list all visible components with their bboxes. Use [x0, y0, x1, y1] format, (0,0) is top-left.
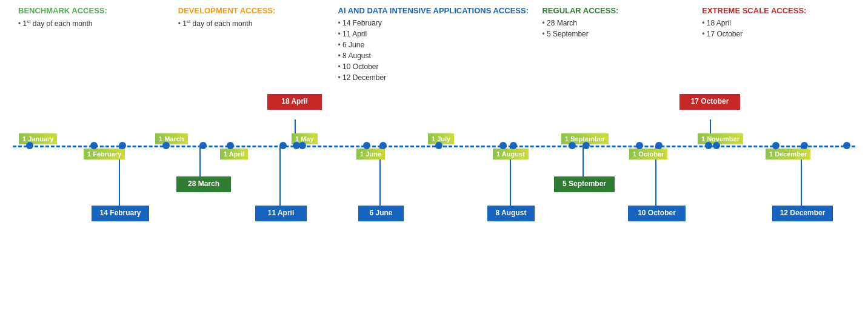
regular-list: 28 March 5 September [542, 18, 690, 39]
connector-28march [199, 146, 201, 176]
month-march: 1 March [155, 133, 188, 144]
ai-item-4: 8 August [338, 50, 530, 61]
development-col: DEVELOPMENT ACCESS: 1st day of each mont… [172, 6, 332, 83]
month-june: 1 June [356, 149, 385, 159]
development-title: DEVELOPMENT ACCESS: [178, 6, 326, 15]
dot-dec [772, 142, 780, 149]
event-28march: 28 March [176, 176, 231, 192]
ai-title: AI AND DATA INTENSIVE APPLICATIONS ACCES… [338, 6, 530, 15]
ai-item-5: 10 October [338, 61, 530, 72]
dot-mar [162, 142, 170, 149]
dot-8aug [510, 142, 517, 149]
dot-oct [636, 142, 643, 149]
benchmark-col: BENCHMARK ACCESS: 1st day of each month [12, 6, 172, 83]
page: BENCHMARK ACCESS: 1st day of each month … [0, 0, 868, 227]
benchmark-list: 1st day of each month [18, 18, 166, 29]
dot-11apr [279, 142, 287, 149]
event-12december: 12 December [772, 206, 833, 221]
regular-item-1: 28 March [542, 18, 690, 29]
dot-jul [435, 142, 442, 149]
development-list: 1st day of each month [178, 18, 326, 29]
connector-11april [279, 146, 281, 206]
header-section: BENCHMARK ACCESS: 1st day of each month … [12, 6, 856, 83]
extreme-col: EXTREME SCALE ACCESS: 18 April 17 Octobe… [696, 6, 856, 83]
dot-nov [705, 142, 712, 149]
event-8august: 8 August [487, 206, 535, 221]
benchmark-item-1: 1st day of each month [18, 18, 166, 29]
month-august: 1 August [493, 149, 529, 159]
ai-item-3: 6 June [338, 39, 530, 50]
extreme-item-1: 18 April [702, 18, 850, 29]
event-14february: 14 February [92, 206, 149, 221]
dot-jan [26, 142, 33, 149]
event-6june: 6 June [358, 206, 404, 221]
regular-col: REGULAR ACCESS: 28 March 5 September [536, 6, 696, 83]
dot-apr [227, 142, 234, 149]
dot-jun [363, 142, 370, 149]
dot-may [299, 142, 306, 149]
dot-6jun [379, 142, 387, 149]
month-november: 1 November [698, 133, 743, 144]
dot-5sep [583, 142, 590, 149]
dot-28mar [199, 142, 207, 149]
connector-5sep [583, 146, 584, 176]
extreme-title: EXTREME SCALE ACCESS: [702, 6, 850, 15]
dot-12dec [801, 142, 808, 149]
event-11april: 11 April [255, 206, 307, 221]
dot-10oct [655, 142, 663, 149]
ai-item-1: 14 February [338, 18, 530, 29]
dot-14feb [119, 142, 126, 149]
benchmark-title: BENCHMARK ACCESS: [18, 6, 166, 15]
ai-col: AI AND DATA INTENSIVE APPLICATIONS ACCES… [332, 6, 536, 83]
timeline-line [13, 146, 855, 147]
event-18april: 18 April [267, 94, 322, 110]
event-5september: 5 September [554, 176, 615, 192]
month-october: 1 October [629, 149, 667, 159]
extreme-item-2: 17 October [702, 29, 850, 39]
dot-feb [90, 142, 98, 149]
dot-aug [499, 142, 507, 149]
event-17october: 17 October [679, 94, 740, 110]
dot-sep [569, 142, 576, 149]
month-december: 1 December [766, 149, 810, 159]
ai-list: 14 February 11 April 6 June 8 August 10 … [338, 18, 530, 83]
regular-title: REGULAR ACCESS: [542, 6, 690, 15]
extreme-list: 18 April 17 October [702, 18, 850, 39]
regular-item-2: 5 September [542, 29, 690, 39]
dot-end [843, 142, 850, 149]
ai-item-6: 12 December [338, 72, 530, 83]
dot-17oct [713, 142, 720, 149]
ai-item-2: 11 April [338, 29, 530, 39]
month-february: 1 February [84, 149, 125, 159]
month-january: 1 January [19, 133, 57, 144]
event-10october: 10 October [628, 206, 686, 221]
development-item-1: 1st day of each month [178, 18, 326, 29]
timeline: 1 January 1 March 1 May 1 July 1 Septemb… [13, 88, 855, 221]
month-april: 1 April [220, 149, 248, 159]
